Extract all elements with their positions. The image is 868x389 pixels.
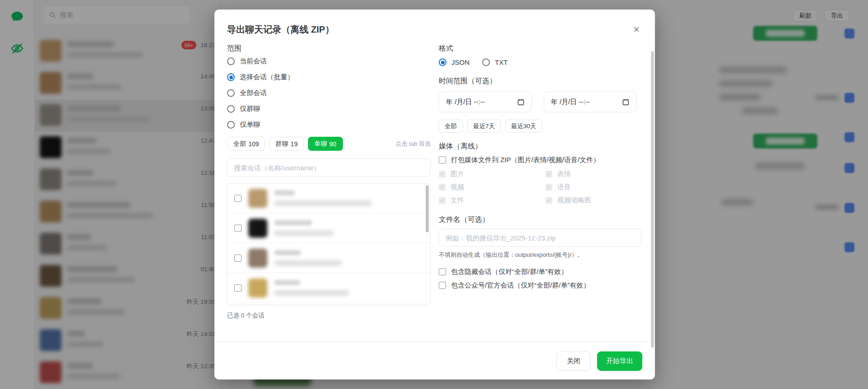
range-7days-button[interactable]: 最近7天 — [467, 120, 501, 133]
range-30days-button[interactable]: 最近30天 — [505, 120, 542, 133]
blurred-username — [274, 231, 334, 236]
blurred-username — [274, 290, 349, 296]
app-background: 搜索 99+16:27 14:49 13:08 12:47 — [0, 0, 868, 389]
filter-tab-all[interactable]: 全部109 — [227, 137, 265, 151]
calendar-icon[interactable] — [517, 98, 525, 106]
media-label: 媒体（离线） — [439, 142, 641, 151]
conversation-item[interactable] — [228, 273, 430, 303]
conversation-checkbox[interactable] — [234, 225, 242, 232]
filter-tabs: 全部109 群聊19 单聊90 点击 tab 筛选 — [227, 137, 431, 151]
checkbox-icon[interactable] — [439, 282, 446, 289]
dialog-footer: 关闭 开始导出 — [214, 342, 655, 379]
checkbox-icon[interactable] — [439, 268, 446, 275]
checkbox-label: 包含隐藏会话（仅对“全部/群/单”有效） — [451, 268, 568, 276]
time-range-label: 时间范围（可选） — [439, 77, 641, 86]
checkbox-icon — [439, 171, 446, 178]
filename-label: 文件名（可选） — [439, 215, 641, 225]
radio-icon — [227, 73, 235, 81]
conversation-list — [227, 183, 431, 305]
filename-hint: 不填则自动生成（输出位置：output/exports/{账号}/）。 — [439, 251, 641, 259]
dialog-header: 导出聊天记录（离线 ZIP） × — [214, 10, 655, 36]
avatar — [248, 219, 267, 238]
checkbox-icon — [439, 184, 446, 191]
filter-hint: 点击 tab 筛选 — [396, 140, 431, 148]
blurred-name — [274, 190, 295, 196]
date-range-row: 年 /月/日 --:-- 年 /月/日 --:-- — [439, 91, 641, 112]
close-icon[interactable]: × — [631, 23, 642, 36]
include-official-checkbox-row[interactable]: 包含公众号/官方会话（仅对“全部/群/单”有效） — [439, 279, 641, 292]
scope-label: 范围 — [227, 44, 431, 53]
media-type-file: 文件 — [439, 194, 545, 207]
radio-label: 选择会话（批量） — [240, 73, 294, 82]
filter-tab-groups[interactable]: 群聊19 — [269, 137, 304, 151]
blurred-username — [274, 201, 372, 206]
conversation-checkbox[interactable] — [234, 284, 242, 292]
radio-label: JSON — [451, 58, 470, 66]
radio-icon — [227, 105, 235, 113]
selected-count: 已选 0 个会话 — [227, 312, 431, 320]
filter-tab-singles[interactable]: 单聊90 — [308, 137, 343, 151]
calendar-icon[interactable] — [622, 98, 630, 106]
dialog-body: 范围 当前会话 选择会话（批量） 全部会话 仅群聊 — [214, 36, 655, 333]
quick-range-row: 全部 最近7天 最近30天 — [439, 120, 641, 133]
format-label: 格式 — [439, 44, 641, 53]
radio-icon — [227, 89, 235, 97]
options-column: 格式 JSON TXT 时间范围（可选） 年 /月/日 --:-- — [439, 39, 641, 333]
checkbox-icon — [545, 171, 552, 178]
conversation-item[interactable] — [228, 183, 430, 213]
avatar — [248, 189, 267, 208]
media-type-sticker: 表情 — [545, 168, 641, 181]
filename-input[interactable] — [439, 229, 641, 247]
radio-icon — [227, 58, 235, 65]
radio-label: 仅群聊 — [240, 105, 260, 113]
conversation-item[interactable] — [228, 213, 430, 243]
radio-icon — [482, 58, 490, 66]
checkbox-icon — [545, 184, 552, 191]
scope-option-select-batch[interactable]: 选择会话（批量） — [227, 69, 431, 85]
checkbox-label: 打包媒体文件到 ZIP（图片/表情/视频/语音/文件） — [451, 156, 600, 164]
radio-label: 全部会话 — [240, 89, 267, 97]
blurred-name — [274, 250, 301, 255]
end-datetime-input[interactable]: 年 /月/日 --:-- — [544, 91, 637, 112]
dialog-title: 导出聊天记录（离线 ZIP） — [227, 24, 334, 36]
format-option-json[interactable]: JSON — [439, 54, 470, 70]
blurred-username — [274, 260, 342, 266]
start-export-button[interactable]: 开始导出 — [597, 351, 642, 371]
conversation-search-input[interactable] — [227, 158, 431, 177]
checkbox-icon — [545, 197, 552, 204]
range-all-button[interactable]: 全部 — [439, 120, 463, 133]
export-dialog: 导出聊天记录（离线 ZIP） × 范围 当前会话 选择会话（批量） 全部会话 — [214, 10, 655, 379]
radio-icon — [227, 121, 235, 129]
scope-option-singles-only[interactable]: 仅单聊 — [227, 117, 431, 133]
pack-media-checkbox-row[interactable]: 打包媒体文件到 ZIP（图片/表情/视频/语音/文件） — [439, 153, 641, 167]
radio-label: 仅单聊 — [240, 120, 260, 129]
media-type-voice: 语音 — [545, 181, 641, 194]
radio-label: 当前会话 — [240, 57, 267, 66]
media-type-grid: 图片 表情 视频 语音 文件 视频缩略图 — [439, 168, 641, 207]
scope-option-groups-only[interactable]: 仅群聊 — [227, 101, 431, 117]
close-button[interactable]: 关闭 — [556, 351, 591, 371]
dialog-scrollbar[interactable] — [651, 51, 654, 348]
conversation-checkbox[interactable] — [234, 255, 242, 262]
radio-icon — [439, 58, 446, 66]
blurred-name — [274, 220, 312, 226]
list-scrollbar[interactable] — [426, 185, 429, 232]
checkbox-icon[interactable] — [439, 156, 446, 163]
start-datetime-input[interactable]: 年 /月/日 --:-- — [439, 91, 532, 112]
include-hidden-checkbox-row[interactable]: 包含隐藏会话（仅对“全部/群/单”有效） — [439, 265, 641, 279]
format-option-txt[interactable]: TXT — [482, 54, 508, 70]
media-type-video-thumb: 视频缩略图 — [545, 194, 641, 207]
conversation-item[interactable] — [228, 243, 430, 273]
scope-option-all[interactable]: 全部会话 — [227, 85, 431, 101]
avatar — [248, 249, 267, 268]
scope-column: 范围 当前会话 选择会话（批量） 全部会话 仅群聊 — [227, 39, 431, 333]
scope-option-current[interactable]: 当前会话 — [227, 53, 431, 69]
checkbox-label: 包含公众号/官方会话（仅对“全部/群/单”有效） — [451, 281, 590, 290]
blurred-name — [274, 280, 300, 285]
checkbox-icon — [439, 197, 446, 204]
conversation-checkbox[interactable] — [234, 195, 242, 202]
radio-label: TXT — [495, 58, 508, 66]
include-options: 包含隐藏会话（仅对“全部/群/单”有效） 包含公众号/官方会话（仅对“全部/群/… — [439, 265, 641, 292]
conversation-item[interactable] — [228, 303, 430, 305]
avatar — [248, 279, 267, 298]
